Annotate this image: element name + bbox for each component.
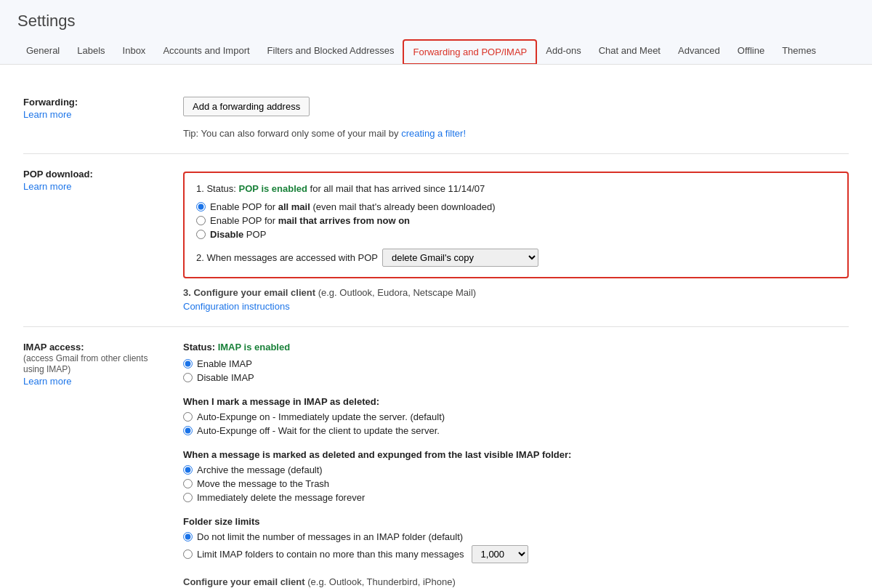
- imap-enable-option: Enable IMAP: [183, 358, 849, 369]
- tab-chat-meet[interactable]: Chat and Meet: [590, 39, 669, 64]
- pop-title: POP download:: [23, 169, 93, 180]
- imap-expunge-on-label: Auto-Expunge on - Immediately update the…: [197, 411, 445, 422]
- tab-labels[interactable]: Labels: [68, 39, 113, 64]
- imap-archive-option: Archive the message (default): [183, 464, 849, 475]
- pop-all-mail-label: Enable POP for all mail (even mail that'…: [210, 201, 496, 212]
- pop-status: 1. Status: POP is enabled for all mail t…: [196, 183, 836, 194]
- imap-no-limit-radio[interactable]: [183, 532, 193, 541]
- imap-limit-option: Limit IMAP folders to contain no more th…: [183, 545, 849, 563]
- tab-general[interactable]: General: [17, 39, 68, 64]
- imap-no-limit-label: Do not limit the number of messages in a…: [197, 531, 463, 542]
- imap-archive-radio[interactable]: [183, 465, 193, 475]
- imap-limit-radio[interactable]: [183, 549, 193, 559]
- tab-inbox[interactable]: Inbox: [114, 39, 155, 64]
- create-filter-link[interactable]: creating a filter!: [401, 128, 466, 139]
- imap-learn-more[interactable]: Learn more: [23, 376, 169, 387]
- imap-enable-label: Enable IMAP: [197, 358, 252, 369]
- pop-label: POP download: Learn more: [23, 169, 183, 312]
- imap-enabled-status: IMAP is enabled: [218, 342, 290, 353]
- imap-no-limit-option: Do not limit the number of messages in a…: [183, 531, 849, 542]
- imap-client-config: Configure your email client (e.g. Outloo…: [183, 576, 849, 588]
- imap-archive-label: Archive the message (default): [197, 464, 323, 475]
- imap-deleted-title: When I mark a message in IMAP as deleted…: [183, 396, 849, 407]
- imap-expunge-on-radio[interactable]: [183, 412, 193, 422]
- pop-step3: 3. Configure your email client (e.g. Out…: [183, 287, 849, 312]
- imap-title: IMAP access:: [23, 342, 84, 353]
- pop-learn-more[interactable]: Learn more: [23, 181, 169, 192]
- pop-section: POP download: Learn more 1. Status: POP …: [23, 154, 849, 327]
- add-forwarding-address-button[interactable]: Add a forwarding address: [183, 97, 310, 116]
- imap-folder-size-select[interactable]: 1,000 2,000 5,000 10,000: [472, 545, 528, 563]
- tab-offline[interactable]: Offline: [729, 39, 773, 64]
- pop-all-mail-radio[interactable]: [196, 202, 206, 212]
- tab-advanced[interactable]: Advanced: [669, 39, 729, 64]
- pop-action-select[interactable]: delete Gmail's copy keep Gmail's copy in…: [382, 249, 538, 267]
- pop-disable-label: Disable POP: [210, 229, 266, 240]
- imap-expunge-off: Auto-Expunge off - Wait for the client t…: [183, 425, 849, 436]
- imap-status-line: Status: IMAP is enabled: [183, 342, 849, 353]
- imap-subtitle: (access Gmail from other clients using I…: [23, 353, 148, 374]
- tab-forwarding-pop-imap[interactable]: Forwarding and POP/IMAP: [403, 39, 537, 64]
- forwarding-label: Forwarding: Learn more: [23, 97, 183, 139]
- pop-option-from-now: Enable POP for mail that arrives from no…: [196, 215, 836, 226]
- tabs-nav: General Labels Inbox Accounts and Import…: [17, 39, 855, 64]
- imap-trash-option: Move the message to the Trash: [183, 478, 849, 489]
- imap-section: IMAP access: (access Gmail from other cl…: [23, 327, 849, 588]
- imap-delete-option: Immediately delete the message forever: [183, 492, 849, 503]
- imap-trash-radio[interactable]: [183, 479, 193, 488]
- page-title: Settings: [17, 12, 855, 31]
- pop-from-now-label: Enable POP for mail that arrives from no…: [210, 215, 410, 226]
- forwarding-tip: Tip: You can also forward only some of y…: [183, 128, 849, 139]
- imap-expunge-on: Auto-Expunge on - Immediately update the…: [183, 411, 849, 422]
- tab-themes[interactable]: Themes: [773, 39, 825, 64]
- imap-trash-label: Move the message to the Trash: [197, 478, 329, 489]
- imap-enable-radio[interactable]: [183, 359, 193, 368]
- pop-box: 1. Status: POP is enabled for all mail t…: [183, 172, 849, 278]
- imap-content: Status: IMAP is enabled Enable IMAP Disa…: [183, 342, 849, 588]
- imap-expunged-title: When a message is marked as deleted and …: [183, 449, 849, 460]
- pop-enabled-status: POP is enabled: [239, 183, 307, 194]
- imap-delete-label: Immediately delete the message forever: [197, 492, 365, 503]
- forwarding-content: Add a forwarding address Tip: You can al…: [183, 97, 849, 139]
- imap-folder-title: Folder size limits: [183, 516, 849, 527]
- imap-limit-label: Limit IMAP folders to contain no more th…: [197, 549, 464, 560]
- tab-filters[interactable]: Filters and Blocked Addresses: [259, 39, 403, 64]
- imap-disable-option: Disable IMAP: [183, 372, 849, 383]
- pop-step2: 2. When messages are accessed with POP d…: [196, 249, 836, 267]
- imap-disable-label: Disable IMAP: [197, 372, 254, 383]
- forwarding-title: Forwarding:: [23, 97, 78, 108]
- forwarding-learn-more[interactable]: Learn more: [23, 109, 169, 120]
- pop-option-all-mail: Enable POP for all mail (even mail that'…: [196, 201, 836, 212]
- imap-disable-radio[interactable]: [183, 373, 193, 382]
- pop-config-link[interactable]: Configuration instructions: [183, 301, 849, 312]
- tab-accounts-import[interactable]: Accounts and Import: [154, 39, 258, 64]
- tab-addons[interactable]: Add-ons: [537, 39, 589, 64]
- pop-from-now-radio[interactable]: [196, 216, 206, 225]
- imap-delete-radio[interactable]: [183, 493, 193, 502]
- forwarding-section: Forwarding: Learn more Add a forwarding …: [23, 82, 849, 154]
- imap-expunge-off-radio[interactable]: [183, 426, 193, 435]
- pop-option-disable: Disable POP: [196, 229, 836, 240]
- imap-label: IMAP access: (access Gmail from other cl…: [23, 342, 183, 588]
- pop-content: 1. Status: POP is enabled for all mail t…: [183, 169, 849, 312]
- pop-disable-radio[interactable]: [196, 230, 206, 239]
- imap-expunge-off-label: Auto-Expunge off - Wait for the client t…: [197, 425, 440, 436]
